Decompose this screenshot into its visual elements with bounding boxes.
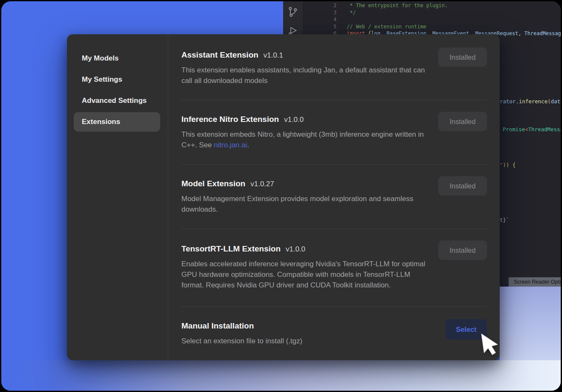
source-control-icon [288,6,298,17]
code-area: 2 * The entrypoint for the plugin.3 */45… [303,2,561,37]
sidebar-item-my-settings[interactable]: My Settings [74,70,160,89]
assistant-extension-installed-button[interactable]: Installed [438,47,487,67]
line-number: 5 [303,23,347,30]
code-line: 5// Web / extension runtime [303,23,561,30]
sidebar-divider [168,34,168,360]
extension-row-inference-nitro-extension: Inference Nitro Extensionv1.0.0This exte… [181,100,487,165]
line-number: 3 [303,9,347,17]
settings-sidebar: My ModelsMy SettingsAdvanced SettingsExt… [67,47,168,133]
code-fragment: Promise<ThreadMessage> [503,126,561,133]
extension-description: This extension embeds Nitro, a lightweig… [181,129,429,150]
extension-name: Assistant Extension [181,50,259,59]
extension-version: v1.0.27 [250,180,274,188]
extension-description: Model Management Extension provides mode… [181,193,429,215]
model-extension-installed-button[interactable]: Installed [438,176,487,196]
settings-panel: My ModelsMy SettingsAdvanced SettingsExt… [67,34,500,360]
extension-description: This extension enables assistants, inclu… [181,65,429,86]
sidebar-item-extensions[interactable]: Extensions [74,112,160,132]
extension-version: v1.0.0 [286,245,305,253]
extension-name: Manual Installation [181,321,254,330]
code-line: 3 */ [303,9,561,17]
line-number: 2 [303,2,347,9]
screen-reader-status-badge: Screen Reader Optimized [509,277,561,287]
extension-row-tensortrt-llm-extension: TensortRT-LLM Extensionv1.0.0Enables acc… [181,229,487,307]
nitro-jan-ai-link[interactable]: nitro.jan.ai [214,141,247,149]
inference-nitro-extension-installed-button[interactable]: Installed [438,112,487,131]
extension-version: v1.0.0 [284,116,303,124]
extension-row-model-extension: Model Extensionv1.0.27Model Management E… [181,165,487,229]
desktop-background-bottom [1,360,561,391]
extension-description: Select an extension file to install (.tg… [181,336,429,346]
manual-installation-select-button[interactable]: Select [445,319,487,340]
code-fragment: rator.inference(data)); [500,98,561,105]
extension-name: TensortRT-LLM Extension [181,244,281,253]
extension-name: Inference Nitro Extension [181,115,279,124]
app-window: 2 * The entrypoint for the plugin.3 */45… [1,1,561,391]
code-line: 2 * The entrypoint for the plugin. [303,2,561,9]
line-number: 4 [303,16,347,23]
extension-name: Model Extension [181,179,245,188]
extension-description: Enables accelerated inference leveraging… [181,259,429,290]
tensortrt-llm-extension-installed-button[interactable]: Installed [438,240,487,260]
code-fragment: t}` [500,217,509,223]
extension-row-assistant-extension: Assistant Extensionv1.0.1This extension … [181,36,487,100]
code-line: 4 [303,16,561,23]
extension-row-manual-installation: Manual InstallationSelect an extension f… [181,307,487,360]
sidebar-item-advanced-settings[interactable]: Advanced Settings [74,91,160,110]
sidebar-item-my-models[interactable]: My Models [74,49,160,68]
code-fragment: ")) { [500,162,516,168]
extension-version: v1.0.1 [264,51,283,59]
extensions-list: Assistant Extensionv1.0.1This extension … [181,36,487,360]
